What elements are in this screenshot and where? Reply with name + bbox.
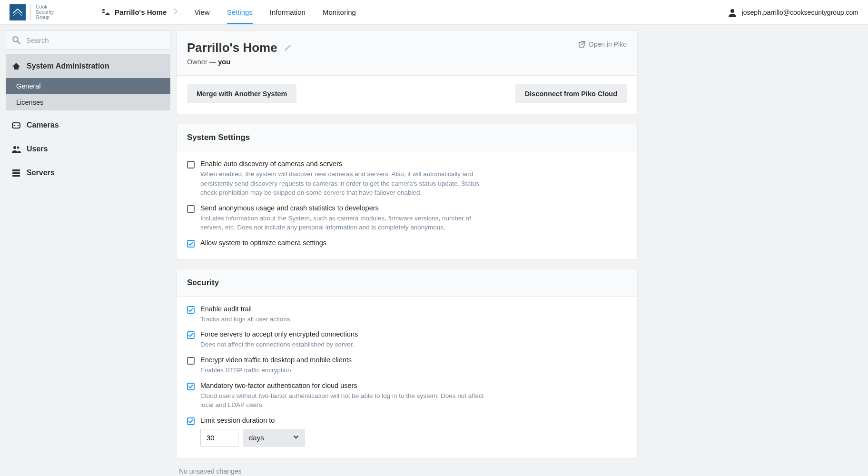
sidebar-item-label: Cameras: [27, 121, 59, 129]
owner-line: Owner — you: [187, 58, 292, 66]
checkbox[interactable]: [187, 417, 195, 447]
breadcrumb-system[interactable]: Parrillo's Home: [100, 8, 167, 17]
search-icon: [12, 36, 20, 44]
security-setting-label: Limit session duration to: [200, 416, 627, 424]
checkbox[interactable]: [187, 357, 195, 375]
user-icon: [728, 8, 737, 17]
breadcrumb-separator-icon: [173, 8, 178, 17]
brand-text: CookSecurityGroup: [30, 4, 54, 20]
servers-icon: [11, 169, 21, 177]
search-input[interactable]: [25, 36, 164, 45]
brand-logo[interactable]: CookSecurityGroup: [10, 4, 54, 20]
main-tabs: View Settings Information Monitoring: [194, 0, 356, 24]
sidebar-item-label: Users: [27, 145, 48, 153]
breadcrumb: Parrillo's Home View Settings Informatio…: [100, 0, 356, 24]
system-setting-row: Allow system to optimize camera settings: [187, 239, 627, 248]
security-setting-help: Enables RTSP traffic encryption.: [200, 366, 495, 375]
security-setting-help: Tracks and logs all user actions.: [200, 315, 495, 324]
section-heading: Security: [177, 269, 637, 297]
svg-point-8: [17, 147, 20, 149]
sidebar-item-system-administration[interactable]: System Administration: [6, 54, 170, 78]
security-setting-row: Encrypt video traffic to desktop and mob…: [187, 356, 627, 375]
tab-monitoring[interactable]: Monitoring: [323, 0, 356, 24]
home-stack-icon: [100, 8, 111, 17]
disconnect-cloud-button[interactable]: Disconnect from Piko Cloud: [515, 84, 627, 103]
users-icon: [11, 145, 21, 153]
security-setting-label: Enable audit trail: [200, 305, 627, 313]
account-menu[interactable]: joseph.parrillo@cooksecuritygroup.com: [728, 8, 858, 17]
system-header-card: Parrillo's Home Owner — you: [176, 30, 638, 114]
sidebar-item-users[interactable]: Users: [6, 137, 170, 161]
svg-rect-3: [14, 66, 19, 69]
sidebar-item-label: Servers: [27, 169, 55, 177]
merge-system-button[interactable]: Merge with Another System: [187, 84, 296, 103]
system-setting-row: Send anonymous usage and crash statistic…: [187, 204, 627, 232]
svg-point-0: [730, 9, 734, 13]
section-heading: System Settings: [177, 124, 637, 151]
search-box[interactable]: [6, 30, 170, 50]
security-setting-row: Limit session duration todays: [187, 416, 627, 447]
camera-icon: [11, 121, 21, 129]
checkbox[interactable]: [187, 331, 195, 349]
system-setting-row: Enable auto discovery of cameras and ser…: [187, 160, 627, 198]
top-bar: CookSecurityGroup Parrillo's Home View S…: [0, 0, 868, 25]
sidebar-item-servers[interactable]: Servers: [6, 161, 170, 185]
checkbox[interactable]: [187, 161, 195, 198]
system-setting-label: Allow system to optimize camera settings: [200, 239, 627, 247]
security-setting-label: Encrypt video traffic to desktop and mob…: [200, 356, 627, 364]
svg-rect-11: [12, 175, 20, 177]
svg-line-2: [18, 41, 20, 44]
chevron-down-icon: [293, 434, 299, 442]
svg-rect-12: [187, 161, 194, 168]
svg-point-1: [13, 37, 18, 41]
security-setting-row: Enable audit trailTracks and logs all us…: [187, 305, 627, 324]
home-icon: [11, 62, 21, 70]
brand-mark-icon: [10, 4, 26, 20]
session-limit-unit-select[interactable]: days: [243, 429, 305, 447]
checkbox[interactable]: [187, 306, 195, 324]
external-link-icon: [578, 40, 586, 48]
svg-rect-4: [12, 123, 20, 128]
session-limit-value-input[interactable]: [200, 429, 238, 447]
security-setting-help: Cloud users without two-factor authentic…: [200, 391, 495, 410]
open-in-piko-link[interactable]: Open in Piko: [578, 40, 627, 48]
tab-information[interactable]: Information: [270, 0, 306, 24]
system-settings-card: System Settings Enable auto discovery of…: [176, 124, 638, 259]
edit-icon[interactable]: [283, 44, 292, 52]
security-setting-label: Mandatory two-factor authentication for …: [200, 382, 627, 389]
system-setting-help: Includes information about the System, s…: [200, 214, 495, 232]
main-content: Parrillo's Home Owner — you: [176, 25, 868, 476]
security-setting-label: Force servers to accept only encrypted c…: [200, 330, 627, 338]
checkbox[interactable]: [187, 240, 195, 248]
checkbox[interactable]: [187, 383, 195, 410]
svg-rect-10: [12, 172, 20, 174]
checkbox[interactable]: [187, 205, 195, 232]
svg-point-5: [14, 125, 15, 126]
page-title: Parrillo's Home: [187, 40, 277, 55]
sidebar: System Administration General Licenses C…: [0, 25, 176, 476]
svg-point-6: [18, 125, 19, 126]
sidebar-item-label: System Administration: [27, 62, 109, 70]
svg-point-7: [13, 146, 16, 149]
svg-rect-9: [12, 169, 20, 171]
unsaved-changes-label: No unsaved changes: [176, 459, 638, 476]
sidebar-item-cameras[interactable]: Cameras: [6, 113, 170, 137]
account-email: joseph.parrillo@cooksecuritygroup.com: [742, 9, 858, 16]
session-limit-controls: days: [200, 429, 627, 447]
system-setting-help: When enabled, the system will discover n…: [200, 169, 495, 198]
sidebar-sub-licenses[interactable]: Licenses: [6, 94, 170, 110]
security-setting-row: Mandatory two-factor authentication for …: [187, 382, 627, 410]
system-setting-label: Send anonymous usage and crash statistic…: [200, 204, 627, 212]
security-setting-help: Does not affect the connections establis…: [200, 340, 495, 349]
security-card: Security Enable audit trailTracks and lo…: [176, 269, 638, 459]
security-setting-row: Force servers to accept only encrypted c…: [187, 330, 627, 349]
system-setting-label: Enable auto discovery of cameras and ser…: [200, 160, 627, 168]
sidebar-nav: System Administration General Licenses C…: [6, 54, 170, 185]
svg-rect-13: [187, 206, 194, 212]
sidebar-sub-general[interactable]: General: [6, 78, 170, 94]
tab-settings[interactable]: Settings: [227, 0, 253, 24]
svg-rect-17: [187, 357, 194, 364]
tab-view[interactable]: View: [194, 0, 209, 24]
